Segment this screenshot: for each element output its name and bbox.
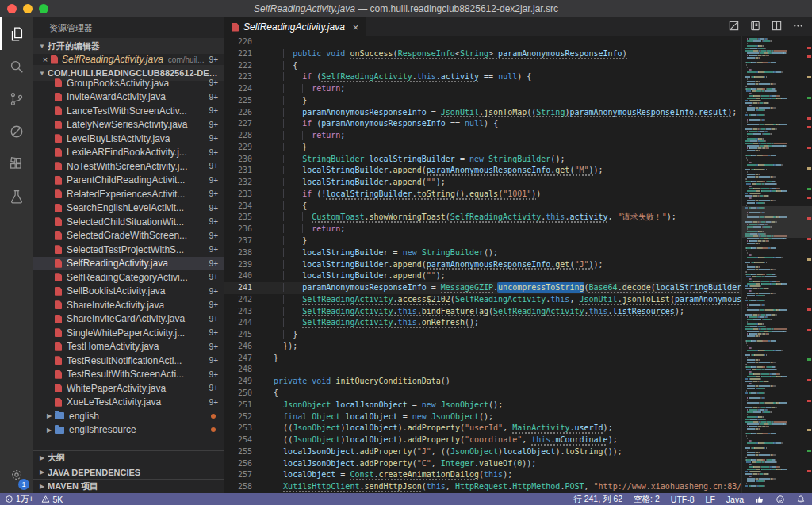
line-number[interactable]: 226: [224, 107, 264, 119]
problems-status[interactable]: 1万+ 5K: [5, 494, 63, 505]
line-number[interactable]: 248: [224, 364, 264, 376]
tree-item[interactable]: SelfReadingCategoryActivi...9+: [33, 270, 224, 285]
line-number[interactable]: 230: [224, 154, 264, 166]
line-number[interactable]: 224: [224, 83, 264, 95]
tab-selfreadingactivity[interactable]: SelfReadingActivity.java ×: [224, 17, 366, 36]
line-number[interactable]: 231: [224, 165, 264, 177]
code-line[interactable]: 236 return;: [224, 224, 741, 235]
minimap[interactable]: [741, 36, 812, 493]
code-line[interactable]: 223 if (SelfReadingActivity.this.activit…: [224, 71, 741, 83]
tree-item[interactable]: TestResultNotificationActi...9+: [33, 354, 224, 368]
code-line[interactable]: 238 localStringBuilder = new StringBuild…: [224, 247, 741, 259]
line-number[interactable]: 242: [224, 294, 264, 306]
thumbsup-icon[interactable]: [755, 495, 764, 504]
open-editor-item[interactable]: ×SelfReadingActivity.javacom/huil...9+: [33, 54, 224, 65]
code-line[interactable]: 220: [224, 36, 741, 48]
code-line[interactable]: 222 {: [224, 60, 741, 72]
code-line[interactable]: 224 return;: [224, 83, 741, 95]
code-line[interactable]: 241 paramAnonymousResponseInfo = Message…: [224, 282, 741, 294]
tree-item[interactable]: WhitePaperActivity.java9+: [33, 381, 224, 396]
code-line[interactable]: 258 XutilsHttpClient.sendHttpJson(this, …: [224, 481, 741, 493]
tree-item[interactable]: LevelBuyListActivity.java9+: [33, 132, 224, 146]
minimize-window-button[interactable]: [23, 4, 33, 13]
tree-item[interactable]: GroupBooksActivity.java9+: [33, 76, 224, 90]
line-number[interactable]: 221: [224, 48, 264, 60]
tree-item[interactable]: SearchEnglishLevelActivit...9+: [33, 201, 224, 216]
code-line[interactable]: 244 SelfReadingActivity.this.onRefresh()…: [224, 317, 741, 329]
line-number[interactable]: 258: [224, 481, 264, 493]
line-number[interactable]: 223: [224, 71, 264, 83]
notifications-bell-icon[interactable]: [796, 495, 806, 504]
line-number[interactable]: 246: [224, 341, 264, 353]
tree-item[interactable]: SelectedTestProjectWithS...9+: [33, 243, 224, 257]
code-line[interactable]: 251 JsonObject localJsonObject = new Jso…: [224, 400, 741, 411]
line-number[interactable]: 237: [224, 235, 264, 247]
activity-bar-explorer[interactable]: [0, 17, 33, 50]
code-line[interactable]: 231 localStringBuilder.append(paramAnony…: [224, 165, 741, 177]
manage-button[interactable]: 1: [0, 463, 33, 490]
tree-item[interactable]: LanceTestWithScreenActiv...9+: [33, 104, 224, 118]
code-line[interactable]: 227 if (paramAnonymousResponseInfo == nu…: [224, 118, 741, 130]
code-line[interactable]: 256 localJsonObject.addProperty("C", Int…: [224, 458, 741, 470]
zoom-window-button[interactable]: [39, 4, 48, 13]
code-line[interactable]: 232 localStringBuilder.append("");: [224, 177, 741, 189]
code-line[interactable]: 248: [224, 364, 741, 376]
code-line[interactable]: 257 localObject = Const.createAnimationD…: [224, 469, 741, 481]
line-number[interactable]: 239: [224, 259, 264, 271]
tree-folder-englishresource[interactable]: ▶englishresource: [33, 423, 224, 438]
line-number[interactable]: 251: [224, 400, 264, 411]
activity-bar-extensions[interactable]: [0, 147, 33, 180]
tree-item[interactable]: XueLeTestActivity.java9+: [33, 396, 224, 410]
line-number[interactable]: 229: [224, 142, 264, 154]
line-number[interactable]: 241: [224, 282, 264, 294]
line-number[interactable]: 234: [224, 201, 264, 212]
line-number[interactable]: 225: [224, 95, 264, 107]
tree-item[interactable]: SelectedChildSituationWit...9+: [33, 215, 224, 229]
line-number[interactable]: 232: [224, 177, 264, 189]
code-line[interactable]: 233 if (!localStringBuilder.toString().e…: [224, 189, 741, 201]
code-line[interactable]: 235 CustomToast.showWorningToast(SelfRea…: [224, 212, 741, 224]
code-line[interactable]: 252 final Object localObject = new JsonO…: [224, 411, 741, 423]
activity-bar-search[interactable]: [0, 50, 33, 82]
activity-bar-run-status[interactable]: [0, 115, 33, 147]
tree-item[interactable]: TestHomeActivity.java9+: [33, 340, 224, 354]
tree-item[interactable]: SelectedGradeWithScreen...9+: [33, 229, 224, 243]
code-editor[interactable]: 220221 public void onSuccess(ResponseInf…: [224, 36, 812, 493]
line-number[interactable]: 250: [224, 388, 264, 400]
code-line[interactable]: 255 localJsonObject.addProperty("J", ((J…: [224, 446, 741, 458]
line-number[interactable]: 249: [224, 376, 264, 388]
code-line[interactable]: 226 paramAnonymousResponseInfo = JsonUti…: [224, 107, 741, 119]
code-line[interactable]: 240 localStringBuilder.append("");: [224, 270, 741, 282]
tree-item[interactable]: ParentChildReadingActivit...9+: [33, 174, 224, 188]
close-window-button[interactable]: [7, 4, 17, 13]
activity-bar-test-explorer[interactable]: [0, 180, 33, 212]
eol-status[interactable]: LF: [706, 495, 715, 504]
tree-item[interactable]: ShareInviteActivity.java9+: [33, 298, 224, 312]
tree-item[interactable]: RelatedExperiencesActivit...9+: [33, 187, 224, 201]
tree-item[interactable]: LexileARFindBookActivity.j...9+: [33, 146, 224, 160]
line-number[interactable]: 235: [224, 212, 264, 224]
code-line[interactable]: 239 localStringBuilder.append(paramAnony…: [224, 259, 741, 271]
line-number[interactable]: 254: [224, 434, 264, 446]
open-docs-button[interactable]: [749, 20, 761, 35]
code-line[interactable]: 237 }: [224, 235, 741, 247]
line-number[interactable]: 253: [224, 423, 264, 434]
line-number[interactable]: 244: [224, 317, 264, 329]
line-number[interactable]: 257: [224, 469, 264, 481]
activity-bar-source-control[interactable]: [0, 82, 33, 115]
code-line[interactable]: 253 ((JsonObject)localObject).addPropert…: [224, 423, 741, 434]
close-tab-icon[interactable]: ×: [353, 21, 359, 33]
line-number[interactable]: 227: [224, 118, 264, 130]
code-line[interactable]: 254 ((JsonObject)localObject).addPropert…: [224, 434, 741, 446]
tree-item[interactable]: SellBooklistActivity.java9+: [33, 285, 224, 299]
line-number[interactable]: 245: [224, 329, 264, 341]
tree-folder-english[interactable]: ▶english: [33, 409, 224, 423]
language-mode-status[interactable]: Java: [726, 495, 744, 504]
tree-item[interactable]: NoTestWithScreenActivity.j...9+: [33, 159, 224, 174]
feedback-smiley-icon[interactable]: [776, 495, 785, 504]
line-number[interactable]: 252: [224, 411, 264, 423]
line-number[interactable]: 233: [224, 189, 264, 201]
tree-item[interactable]: SelfReadingActivity.java9+: [33, 257, 224, 271]
code-line[interactable]: 249 private void initQueryConditionData(…: [224, 376, 741, 388]
code-line[interactable]: 221 public void onSuccess(ResponseInfo<S…: [224, 48, 741, 60]
